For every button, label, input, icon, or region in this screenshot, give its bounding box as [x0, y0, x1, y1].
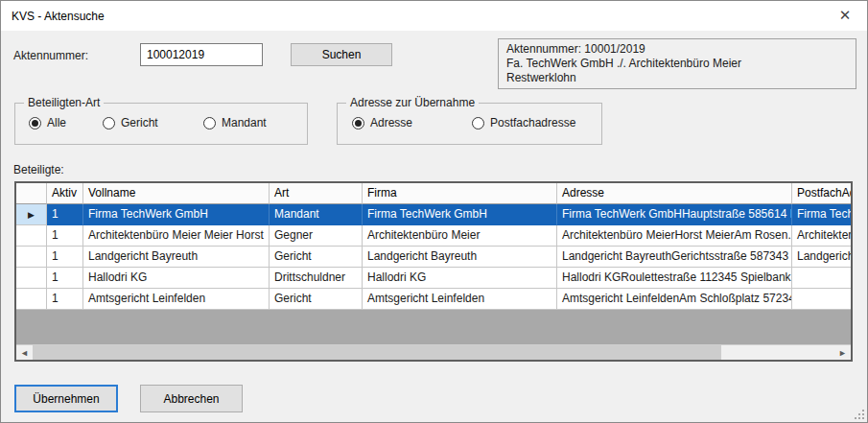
resize-grip-icon[interactable]: [853, 408, 864, 419]
cell-vollname[interactable]: Architektenbüro Meier Meier Horst: [83, 225, 270, 247]
header-postfachadresse[interactable]: PostfachAd: [792, 183, 851, 204]
horizontal-scrollbar[interactable]: ◄ ►: [16, 344, 851, 360]
titlebar: KVS - Aktensuche ✕: [1, 1, 867, 31]
radio-circle-icon: [103, 117, 115, 129]
cell-adresse[interactable]: Landgericht BayreuthGerichtsstraße 58734…: [557, 247, 792, 268]
cell-firma[interactable]: Architektenbüro Meier: [363, 225, 557, 247]
cell-postfachadresse[interactable]: [792, 268, 851, 289]
radio-alle-label: Alle: [47, 116, 66, 129]
cell-aktiv[interactable]: 1: [47, 268, 83, 289]
cell-art[interactable]: Gericht: [270, 289, 363, 310]
cell-vollname[interactable]: Amtsgericht Leinfelden: [83, 289, 270, 310]
cell-adresse[interactable]: Amtsgericht LeinfeldenAm Schloßplatz 572…: [557, 289, 792, 310]
cell-postfachadresse[interactable]: Firma TechW: [792, 204, 851, 225]
row-selector-cell[interactable]: [16, 289, 47, 310]
scrollbar-thumb[interactable]: [33, 345, 721, 360]
cell-art[interactable]: Mandant: [270, 204, 363, 225]
radio-alle[interactable]: Alle: [29, 116, 66, 129]
cell-firma[interactable]: Amtsgericht Leinfelden: [363, 289, 557, 310]
cell-adresse[interactable]: Architektenbüro MeierHorst MeierAm Rosen…: [557, 225, 792, 247]
case-info-line2: Fa. TechWerk GmbH ./. Architektenbüro Me…: [506, 57, 848, 71]
suchen-button[interactable]: Suchen: [291, 43, 392, 66]
cell-firma[interactable]: Landgericht Bayreuth: [363, 247, 557, 268]
grid-header-row: Aktiv Vollname Art Firma Adresse Postfac…: [16, 183, 851, 204]
groupbox-beteiligten-art: Beteiligten-Art Alle Gericht Mandant: [14, 103, 308, 145]
scroll-right-icon[interactable]: ►: [834, 345, 851, 360]
cell-adresse[interactable]: Firma TechWerk GmbHHauptstraße 585614 K.…: [557, 204, 792, 225]
case-info-line3: Restwerklohn: [506, 71, 848, 85]
radio-adresse-label: Adresse: [370, 116, 412, 129]
table-row[interactable]: 1 Architektenbüro Meier Meier Horst Gegn…: [16, 225, 851, 247]
cell-firma[interactable]: Hallodri KG: [363, 268, 557, 289]
radio-circle-icon: [352, 117, 364, 129]
cell-firma[interactable]: Firma TechWerk GmbH: [363, 204, 557, 225]
cell-art[interactable]: Gericht: [270, 247, 363, 268]
cell-adresse[interactable]: Hallodri KGRoulettestraße 112345 Spielba…: [557, 268, 792, 289]
row-selector-cell[interactable]: [16, 225, 47, 247]
cell-aktiv[interactable]: 1: [47, 225, 83, 247]
header-art[interactable]: Art: [270, 183, 363, 204]
close-icon[interactable]: ✕: [823, 1, 867, 30]
radio-postfachadresse-label: Postfachadresse: [490, 116, 575, 129]
uebernehmen-button[interactable]: Übernehmen: [14, 385, 118, 412]
radio-gericht[interactable]: Gericht: [103, 116, 158, 129]
cell-vollname[interactable]: Firma TechWerk GmbH: [83, 204, 270, 225]
header-selector: [16, 183, 47, 204]
radio-adresse[interactable]: Adresse: [352, 116, 412, 129]
row-selector-cell[interactable]: [16, 268, 47, 289]
cell-aktiv[interactable]: 1: [47, 289, 83, 310]
scrollbar-track[interactable]: [721, 345, 834, 360]
case-info-box: Aktennummer: 10001/2019 Fa. TechWerk Gmb…: [498, 38, 856, 89]
window-title: KVS - Aktensuche: [12, 10, 105, 23]
cell-vollname[interactable]: Hallodri KG: [83, 268, 270, 289]
cell-postfachadresse[interactable]: Landgericht: [792, 247, 851, 268]
radio-postfachadresse[interactable]: Postfachadresse: [472, 116, 575, 129]
radio-gericht-label: Gericht: [121, 116, 158, 129]
table-row[interactable]: 1 Landgericht Bayreuth Gericht Landgeric…: [16, 247, 851, 268]
radio-circle-icon: [472, 117, 484, 129]
cell-postfachadresse[interactable]: Architekten: [792, 225, 851, 247]
radio-mandant-label: Mandant: [222, 116, 267, 129]
scroll-left-icon[interactable]: ◄: [16, 345, 33, 360]
aktensuche-dialog: KVS - Aktensuche ✕ Aktennummer: Suchen A…: [0, 0, 868, 423]
radio-mandant[interactable]: Mandant: [203, 116, 267, 129]
aktennummer-input[interactable]: [140, 43, 263, 66]
beteiligte-label: Beteiligte:: [13, 163, 64, 176]
row-selector-cell[interactable]: ▶: [16, 204, 47, 225]
table-row[interactable]: 1 Hallodri KG Drittschuldner Hallodri KG…: [16, 268, 851, 289]
row-selector-arrow-icon: ▶: [28, 210, 35, 220]
row-selector-cell[interactable]: [16, 247, 47, 268]
beteiligten-art-options: Alle Gericht Mandant: [15, 104, 307, 144]
header-vollname[interactable]: Vollname: [83, 183, 270, 204]
radio-circle-icon: [203, 117, 216, 129]
abbrechen-button[interactable]: Abbrechen: [140, 385, 243, 412]
cell-aktiv[interactable]: 1: [47, 204, 83, 225]
aktennummer-label: Aktennummer:: [13, 49, 88, 62]
radio-circle-icon: [29, 117, 41, 129]
cell-aktiv[interactable]: 1: [47, 247, 83, 268]
adresse-options: Adresse Postfachadresse: [338, 104, 601, 144]
header-adresse[interactable]: Adresse: [557, 183, 792, 204]
cell-art[interactable]: Drittschuldner: [270, 268, 363, 289]
groupbox-adresse-uebernahme: Adresse zur Übernahme Adresse Postfachad…: [337, 103, 602, 145]
header-aktiv[interactable]: Aktiv: [47, 183, 83, 204]
cell-art[interactable]: Gegner: [270, 225, 363, 247]
cell-vollname[interactable]: Landgericht Bayreuth: [83, 247, 270, 268]
table-row[interactable]: ▶ 1 Firma TechWerk GmbH Mandant Firma Te…: [16, 204, 851, 225]
table-row[interactable]: 1 Amtsgericht Leinfelden Gericht Amtsger…: [16, 289, 851, 310]
case-info-line1: Aktennummer: 10001/2019: [506, 42, 848, 57]
header-firma[interactable]: Firma: [363, 183, 557, 204]
cell-postfachadresse[interactable]: [792, 289, 851, 310]
beteiligte-grid: Aktiv Vollname Art Firma Adresse Postfac…: [14, 181, 853, 362]
grid-empty-area: [16, 310, 851, 344]
